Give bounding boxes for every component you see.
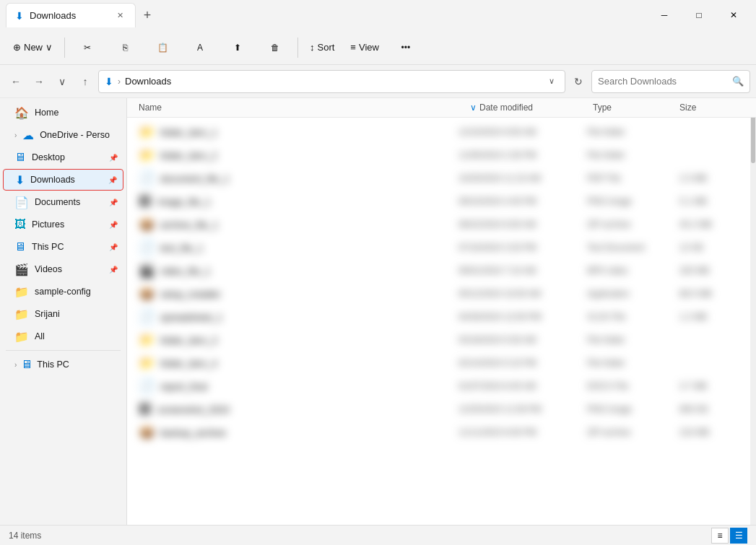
file-size: 210 MB [679, 427, 744, 437]
column-type[interactable]: Type [593, 103, 679, 113]
table-row[interactable]: 📁 folder_item_4 02/14/2024 5:15 PM File … [127, 352, 756, 375]
sidebar-label-documents: Documents [35, 197, 103, 207]
history-button[interactable]: ∨ [52, 71, 72, 92]
expand-chevron-icon: › [14, 131, 17, 139]
table-row[interactable]: 🖼 image_file_1 09/15/2024 4:45 PM PNG im… [127, 190, 756, 213]
view-icon: ≡ [350, 42, 356, 53]
addr-download-icon: ⬇ [105, 76, 113, 87]
sidebar-item-documents[interactable]: 📄Documents📌 [3, 191, 123, 213]
table-row[interactable]: 📄 report_final 01/07/2024 8:45 AM DOCX F… [127, 375, 756, 398]
table-row[interactable]: 📄 document_file_1 10/20/2024 11:15 AM PD… [127, 167, 756, 190]
sort-button[interactable]: ↕ Sort [303, 33, 342, 62]
sidebar-item-home[interactable]: 🏠Home [3, 102, 123, 123]
cut-button[interactable]: ✂ [69, 33, 105, 62]
details-view-button[interactable]: ☰ [730, 528, 747, 544]
refresh-button[interactable]: ↻ [568, 71, 588, 92]
sidebar-item-all[interactable]: 📁All [3, 326, 123, 347]
sidebar-label-this-pc: This PC [32, 242, 103, 252]
sidebar-label-home: Home [35, 108, 118, 118]
close-button[interactable]: ✕ [717, 4, 750, 27]
path-separator: › [118, 77, 121, 87]
pin-icon: 📌 [108, 176, 117, 184]
pin-icon: 📌 [109, 154, 118, 162]
sidebar-item-this-pc-bottom[interactable]: › 🖥 This PC [3, 354, 123, 375]
table-row[interactable]: 📦 archive_file_1 08/22/2024 8:00 AM ZIP … [127, 213, 756, 236]
file-name: text_file_1 [160, 243, 453, 253]
file-name: folder_item_4 [160, 358, 453, 369]
file-icon: 📁 [139, 355, 155, 371]
file-name: setup_installer [160, 289, 453, 300]
sidebar-label-videos: Videos [35, 264, 103, 274]
up-button[interactable]: ↑ [75, 71, 95, 92]
new-icon: ⊕ [13, 42, 21, 53]
column-name[interactable]: Name [139, 103, 470, 113]
table-row[interactable]: 🎬 video_file_1 06/01/2024 7:10 AM MP4 vi… [127, 259, 756, 282]
paste-button[interactable]: 📋 [144, 33, 181, 62]
new-button[interactable]: ⊕ New ∨ [6, 33, 60, 62]
rename-button[interactable]: A [182, 33, 218, 62]
file-icon: 📦 [139, 286, 155, 302]
sidebar-item-srijani[interactable]: 📁Srijani [3, 303, 123, 325]
sample-config-icon: 📁 [14, 285, 29, 299]
scrollbar-track[interactable] [750, 98, 756, 525]
file-size: 12 KB [679, 243, 744, 253]
sidebar-item-desktop[interactable]: 🖥Desktop📌 [3, 147, 123, 168]
file-date: 12/25/2023 11:59 PM [459, 404, 581, 414]
path-dropdown-button[interactable]: ∨ [544, 74, 559, 89]
table-row[interactable]: 📁 folder_item_1 12/10/2024 9:00 AM File … [127, 121, 756, 144]
active-tab[interactable]: ⬇ Downloads ✕ [6, 3, 136, 27]
search-input[interactable] [598, 76, 728, 87]
sort-icon: ↕ [310, 42, 315, 53]
list-view-button[interactable]: ≡ [711, 528, 729, 544]
table-row[interactable]: 📄 spreadsheet_1 04/30/2024 12:00 PM XLSX… [127, 305, 756, 328]
table-row[interactable]: 🖼 screenshot_2024 12/25/2023 11:59 PM PN… [127, 398, 756, 421]
maximize-button[interactable]: □ [682, 4, 716, 27]
status-bar: 14 items ≡ ☰ [0, 525, 756, 545]
view-button[interactable]: ≡ View [343, 33, 386, 62]
sidebar-item-videos[interactable]: 🎬Videos📌 [3, 258, 123, 280]
srijani-icon: 📁 [14, 308, 29, 321]
search-bar[interactable]: 🔍 [591, 70, 750, 93]
file-name: archive_file_1 [160, 219, 453, 230]
sidebar-label-onedrive: OneDrive - Perso [40, 130, 118, 140]
file-name: video_file_1 [160, 266, 453, 276]
table-row[interactable]: 📁 folder_item_2 11/05/2024 2:30 PM File … [127, 144, 756, 167]
file-type: XLSX File [587, 312, 674, 322]
file-name: folder_item_3 [160, 335, 453, 346]
minimize-button[interactable]: ─ [648, 4, 681, 27]
share-button[interactable]: ⬆ [220, 33, 256, 62]
sidebar-item-onedrive[interactable]: ›☁OneDrive - Perso [3, 124, 123, 146]
this-pc-icon: 🖥 [14, 240, 26, 253]
new-tab-button[interactable]: + [136, 4, 159, 27]
table-row[interactable]: 📄 text_file_1 07/10/2024 3:20 PM Text Do… [127, 236, 756, 259]
copy-button[interactable]: ⎘ [107, 33, 143, 62]
file-type: DOCX File [587, 381, 674, 391]
column-size[interactable]: Size [679, 103, 744, 113]
file-date: 12/10/2024 9:00 AM [459, 127, 581, 137]
this-pc-bottom-icon: 🖥 [21, 358, 32, 371]
address-bar[interactable]: ⬇ › Downloads ∨ [98, 70, 565, 93]
back-button[interactable]: ← [6, 71, 26, 92]
file-date: 09/15/2024 4:45 PM [459, 196, 581, 206]
file-icon: 📁 [139, 332, 155, 348]
sidebar-item-downloads[interactable]: ⬇Downloads📌 [3, 169, 123, 191]
sidebar-item-sample-config[interactable]: 📁sample-config [3, 281, 123, 302]
content-area: Name ∨ Date modified Type Size 📁 folder_… [127, 98, 756, 525]
paste-icon: 📋 [157, 43, 168, 53]
home-icon: 🏠 [14, 106, 29, 120]
tab-close-button[interactable]: ✕ [113, 9, 126, 22]
more-button[interactable]: ••• [388, 33, 424, 62]
tab-title: Downloads [30, 10, 108, 21]
sidebar-label-pictures: Pictures [32, 219, 103, 230]
sidebar-item-pictures[interactable]: 🖼Pictures📌 [3, 214, 123, 235]
delete-button[interactable]: 🗑 [257, 33, 293, 62]
sidebar-item-this-pc[interactable]: 🖥This PC📌 [3, 236, 123, 258]
forward-button[interactable]: → [29, 71, 49, 92]
file-size: 1.2 MB [679, 312, 744, 322]
column-date[interactable]: ∨ Date modified [470, 103, 593, 113]
table-row[interactable]: 📦 backup_archive 11/11/2023 6:00 PM ZIP … [127, 421, 756, 444]
table-row[interactable]: 📦 setup_installer 05/12/2024 10:00 AM Ap… [127, 282, 756, 305]
file-date: 01/07/2024 8:45 AM [459, 381, 581, 391]
table-row[interactable]: 📁 folder_item_3 03/18/2024 9:30 AM File … [127, 328, 756, 352]
main-layout: 🏠Home›☁OneDrive - Perso🖥Desktop📌⬇Downloa… [0, 98, 756, 525]
